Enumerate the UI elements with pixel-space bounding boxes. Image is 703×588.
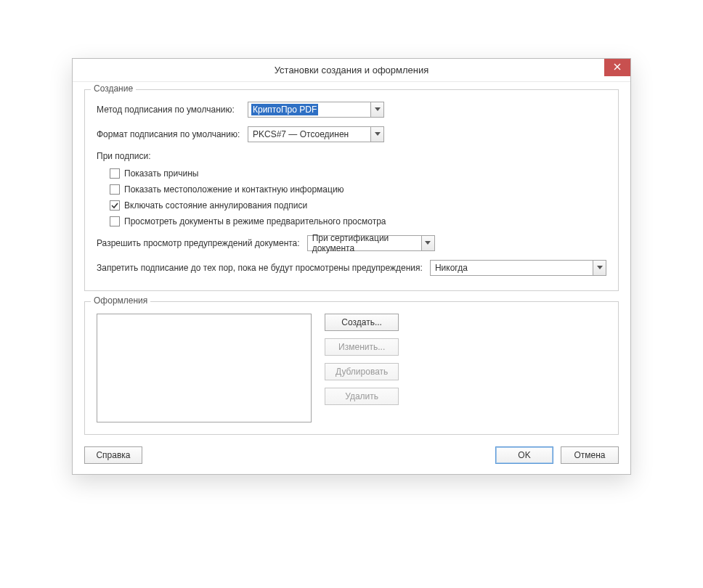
show-reasons-checkbox[interactable]	[110, 168, 120, 179]
close-icon	[614, 62, 621, 73]
chevron-down-icon	[370, 127, 383, 142]
show-reasons-label: Показать причины	[124, 168, 198, 179]
prevent-sign-value: Никогда	[435, 263, 468, 273]
ok-button[interactable]: OK	[495, 446, 553, 464]
warnings-view-value: При сертификации документа	[312, 233, 418, 253]
show-location-checkbox[interactable]	[110, 184, 120, 195]
method-dropdown-value: КриптоПро PDF	[251, 104, 318, 115]
prevent-sign-dropdown[interactable]: Никогда	[430, 260, 606, 276]
preview-docs-checkbox[interactable]	[110, 216, 120, 226]
delete-appearance-button: Удалить	[325, 388, 399, 405]
format-dropdown-value: PKCS#7 — Отсоединен	[253, 129, 349, 139]
when-signing-checks: Показать причины Показать местоположение…	[110, 168, 606, 226]
warnings-view-dropdown[interactable]: При сертификации документа	[307, 235, 435, 251]
include-revocation-label: Включать состояние аннулирования подписи	[124, 200, 307, 211]
titlebar: Установки создания и оформления	[73, 59, 630, 82]
dialog-body: Создание Метод подписания по умолчанию: …	[73, 82, 630, 474]
appearance-group-title: Оформления	[91, 295, 150, 306]
method-dropdown[interactable]: КриптоПро PDF	[248, 102, 384, 118]
appearance-groupbox: Оформления Создать... Изменить... Дублир…	[84, 301, 619, 435]
chevron-down-icon	[593, 261, 606, 275]
when-signing-label: При подписи:	[97, 151, 606, 161]
svg-marker-5	[597, 266, 603, 269]
show-location-label: Показать местоположение и контактную инф…	[124, 184, 344, 195]
svg-marker-4	[425, 241, 431, 245]
format-dropdown[interactable]: PKCS#7 — Отсоединен	[248, 126, 384, 142]
creation-groupbox: Создание Метод подписания по умолчанию: …	[84, 89, 619, 291]
svg-marker-3	[375, 132, 381, 136]
method-label: Метод подписания по умолчанию:	[97, 105, 248, 115]
cancel-button[interactable]: Отмена	[561, 446, 619, 464]
create-appearance-button[interactable]: Создать...	[325, 314, 399, 331]
preview-docs-label: Просмотреть документы в режиме предварит…	[124, 216, 386, 226]
edit-appearance-button: Изменить...	[325, 338, 399, 356]
close-button[interactable]	[604, 59, 630, 76]
window-title: Установки создания и оформления	[275, 65, 429, 75]
appearance-listbox[interactable]	[97, 314, 312, 422]
help-button[interactable]: Справка	[84, 446, 142, 464]
include-revocation-checkbox[interactable]	[110, 200, 120, 211]
svg-marker-2	[375, 107, 381, 111]
warnings-view-label: Разрешить просмотр предупреждений докуме…	[97, 238, 300, 248]
dialog-footer: Справка OK Отмена	[84, 445, 619, 464]
chevron-down-icon	[421, 236, 434, 250]
duplicate-appearance-button: Дублировать	[325, 363, 399, 380]
preferences-dialog: Установки создания и оформления Создание…	[72, 58, 631, 475]
creation-group-title: Создание	[91, 83, 136, 94]
chevron-down-icon	[370, 102, 383, 117]
format-label: Формат подписания по умолчанию:	[97, 129, 248, 139]
prevent-sign-label: Запретить подписание до тех пор, пока не…	[97, 263, 423, 273]
